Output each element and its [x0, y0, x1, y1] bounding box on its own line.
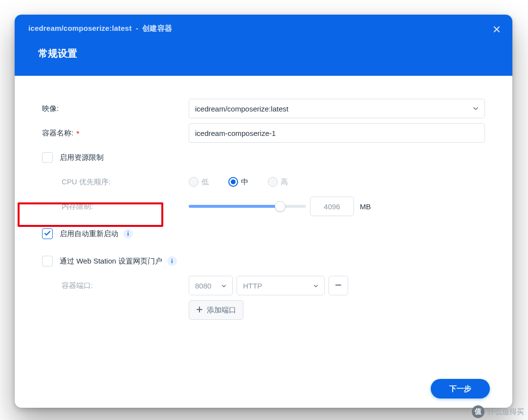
- cpu-priority-mid-label: 中: [241, 177, 248, 187]
- modal-title-action: 创建容器: [142, 24, 172, 32]
- plus-icon: [196, 306, 203, 314]
- row-cpu-priority: CPU 优先顺序: 低 中 高: [42, 171, 485, 193]
- caret-down-icon: [473, 105, 479, 113]
- port-select-value: 8080: [195, 282, 211, 290]
- modal-title-sep: -: [136, 24, 138, 32]
- label-memory-limit: 内存限制:: [62, 202, 93, 211]
- enable-resource-limit-checkbox[interactable]: [42, 152, 53, 163]
- next-button[interactable]: 下一步: [431, 379, 490, 398]
- web-station-checkbox[interactable]: [42, 256, 53, 266]
- required-mark: *: [76, 129, 79, 137]
- cpu-priority-low-wrap: 低: [189, 177, 209, 187]
- row-enable-resource-limit: 启用资源限制: [42, 146, 485, 169]
- container-name-input[interactable]: [195, 129, 479, 137]
- memory-unit: MB: [360, 202, 371, 211]
- next-button-label: 下一步: [449, 384, 471, 393]
- cpu-priority-mid-wrap: 中: [228, 177, 248, 187]
- add-port-label: 添加端口: [207, 306, 236, 315]
- cpu-priority-high-radio[interactable]: [268, 177, 278, 187]
- image-select[interactable]: icedream/composerize:latest: [189, 99, 485, 118]
- cpu-priority-mid-radio[interactable]: [228, 177, 238, 187]
- label-enable-resource-limit: 启用资源限制: [60, 153, 104, 162]
- cpu-priority-low-radio[interactable]: [189, 177, 198, 187]
- label-enable-auto-restart: 启用自动重新启动: [60, 229, 118, 239]
- row-memory-limit: 内存限制: MB: [42, 195, 485, 218]
- row-container-port: 容器端口: 8080 HTTP: [42, 274, 485, 297]
- caret-down-icon: [221, 282, 226, 290]
- memory-slider[interactable]: [189, 205, 306, 208]
- cpu-priority-high-label: 高: [281, 177, 288, 187]
- cpu-priority-radio-group: 低 中 高: [189, 177, 288, 187]
- modal-title-image: icedream/composerize:latest: [28, 24, 132, 32]
- add-port-button[interactable]: 添加端口: [189, 300, 243, 320]
- protocol-select-value: HTTP: [243, 282, 262, 290]
- label-container-port: 容器端口:: [62, 281, 93, 290]
- protocol-select[interactable]: HTTP: [237, 276, 325, 295]
- row-container-name: 容器名称: *: [42, 122, 485, 144]
- check-icon: [44, 229, 51, 239]
- remove-port-button[interactable]: [329, 276, 348, 295]
- cpu-priority-high-wrap: 高: [268, 177, 288, 187]
- label-image: 映像:: [42, 104, 59, 113]
- minus-icon: [335, 282, 342, 290]
- modal-subtitle: 常规设置: [38, 48, 77, 59]
- create-container-modal: icedream/composerize:latest - 创建容器 常规设置: [15, 15, 512, 408]
- watermark: 值 什么值得买: [472, 405, 524, 418]
- image-select-value: icedream/composerize:latest: [195, 105, 288, 113]
- port-select[interactable]: 8080: [189, 276, 233, 295]
- row-enable-auto-restart: 启用自动重新启动 i: [42, 222, 485, 245]
- close-button[interactable]: [492, 25, 502, 35]
- row-image: 映像: icedream/composerize:latest: [42, 97, 485, 120]
- container-name-input-wrap: [189, 123, 485, 143]
- row-add-port: 添加端口: [42, 299, 485, 321]
- close-icon: [493, 25, 501, 35]
- modal-body: 映像: icedream/composerize:latest 容器名称: *: [15, 76, 512, 370]
- caret-down-icon: [313, 282, 318, 290]
- modal-header: icedream/composerize:latest - 创建容器 常规设置: [15, 15, 512, 76]
- info-icon[interactable]: i: [167, 256, 177, 266]
- info-icon[interactable]: i: [123, 229, 133, 239]
- enable-auto-restart-checkbox[interactable]: [42, 228, 53, 239]
- row-web-station: 通过 Web Station 设置网页门户 i: [42, 250, 485, 272]
- label-cpu-priority: CPU 优先顺序:: [62, 177, 110, 187]
- label-container-name: 容器名称:: [42, 129, 73, 138]
- modal-footer: 下一步: [15, 370, 512, 408]
- memory-value-input[interactable]: [310, 197, 354, 216]
- watermark-text: 什么值得买: [487, 407, 524, 417]
- cpu-priority-low-label: 低: [201, 177, 209, 187]
- memory-slider-handle[interactable]: [275, 201, 286, 212]
- modal-title: icedream/composerize:latest - 创建容器: [28, 24, 172, 33]
- memory-slider-fill: [189, 205, 280, 208]
- watermark-icon: 值: [472, 405, 484, 418]
- label-web-station: 通过 Web Station 设置网页门户: [60, 257, 162, 266]
